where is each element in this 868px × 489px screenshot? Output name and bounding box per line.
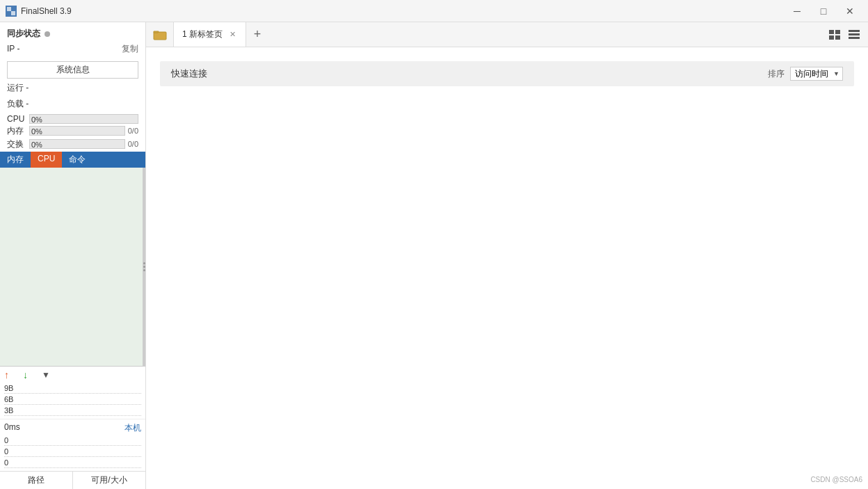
mem-value: 0% (31, 127, 42, 136)
mem-stat-row: 内存 0% 0/0 (7, 125, 138, 137)
app-icon (6, 6, 17, 17)
titlebar: FinalShell 3.9 ─ □ ✕ (0, 0, 868, 22)
maximize-button[interactable]: □ (811, 1, 836, 21)
download-arrow-icon: ↓ (23, 369, 28, 380)
network-value-9b: 9B (4, 383, 141, 394)
latency-val-row-3: 0 (4, 458, 141, 468)
sort-select-wrapper[interactable]: 访问时间 名称 创建时间 (790, 67, 843, 81)
titlebar-left: FinalShell 3.9 (6, 6, 72, 17)
tab-bar: 1 新标签页 ✕ + (146, 22, 868, 47)
latency-values: 0 0 0 (4, 435, 141, 468)
run-label: 运行 - (7, 81, 29, 95)
network-val-3: 3B (4, 406, 25, 415)
network-arrows: ↑ ↓ ▼ (4, 369, 141, 380)
sort-section: 排序 访问时间 名称 创建时间 (768, 67, 843, 81)
latency-label: 0ms (4, 422, 20, 434)
sysinfo-button[interactable]: 系统信息 (7, 61, 138, 79)
ip-label: IP - (7, 42, 19, 56)
network-val-1: 9B (4, 384, 25, 392)
svg-rect-4 (835, 30, 840, 34)
view-buttons (821, 22, 868, 47)
quick-connect-bar: 快速连接 排序 访问时间 名称 创建时间 (160, 61, 854, 86)
latency-val-2: 0 (4, 447, 8, 456)
load-row: 负载 - (7, 97, 138, 111)
cpu-label: CPU (7, 114, 26, 124)
list-view-button[interactable] (846, 27, 862, 42)
mem-label: 内存 (7, 125, 26, 137)
network-value-3b: 3B (4, 406, 141, 416)
cpu-value: 0% (31, 115, 42, 124)
sidebar-top: 同步状态 IP - 复制 系统信息 运行 - 负载 - (0, 22, 145, 152)
tab-spacer (268, 22, 821, 47)
footer-tab-path[interactable]: 路径 (0, 472, 73, 489)
mem-bar: 0% (29, 126, 125, 136)
mem-ratio: 0/0 (128, 127, 138, 135)
sidebar-footer: 路径 可用/大小 (0, 471, 145, 489)
latency-val-1: 0 (4, 436, 8, 444)
tab-memory[interactable]: 内存 (0, 152, 31, 168)
latency-section: 0ms 本机 0 0 0 (0, 419, 145, 471)
network-val-2: 6B (4, 395, 25, 403)
network-values: 9B 6B 3B (4, 383, 141, 416)
tab-close-button[interactable]: ✕ (228, 29, 237, 40)
cpu-stat-row: CPU 0% (7, 114, 138, 124)
tab-command[interactable]: 命令 (62, 152, 93, 168)
close-button[interactable]: ✕ (837, 1, 862, 21)
network-dropdown-icon[interactable]: ▼ (42, 370, 50, 380)
svg-rect-1 (11, 11, 15, 15)
svg-rect-6 (835, 35, 840, 40)
latency-header: 0ms 本机 (4, 422, 141, 434)
svg-rect-0 (7, 7, 11, 11)
local-label: 本机 (124, 422, 141, 434)
add-tab-button[interactable]: + (246, 22, 268, 47)
quick-connect-area: 快速连接 排序 访问时间 名称 创建时间 (146, 47, 868, 489)
network-section: ↑ ↓ ▼ 9B 6B 3B (0, 367, 145, 419)
monitor-tabs: 内存 CPU 命令 (0, 152, 145, 168)
quick-connect-label: 快速连接 (171, 67, 207, 80)
sync-dot (45, 31, 50, 37)
latency-val-row-1: 0 (4, 435, 141, 446)
sort-label: 排序 (768, 68, 785, 80)
tab-label: 1 新标签页 (182, 29, 223, 40)
sync-label: 同步状态 (7, 28, 40, 40)
ip-row: IP - 复制 (7, 42, 138, 56)
main-layout: 同步状态 IP - 复制 系统信息 运行 - 负载 - (0, 22, 868, 489)
run-row: 运行 - (7, 81, 138, 95)
tab-new-tab[interactable]: 1 新标签页 ✕ (174, 22, 246, 47)
svg-rect-7 (849, 30, 860, 32)
content-area: 1 新标签页 ✕ + (146, 22, 868, 489)
minimize-button[interactable]: ─ (785, 1, 810, 21)
app-title: FinalShell 3.9 (21, 6, 72, 16)
sort-select[interactable]: 访问时间 名称 创建时间 (790, 67, 843, 81)
svg-rect-2 (154, 32, 166, 40)
swap-stat-row: 交换 0% 0/0 (7, 138, 138, 150)
svg-rect-8 (849, 33, 860, 35)
grid-view-button[interactable] (826, 27, 843, 42)
folder-button[interactable] (146, 22, 174, 47)
upload-arrow-icon: ↑ (4, 369, 9, 380)
watermark: CSDN @SSOA6 (810, 476, 862, 483)
cpu-bar: 0% (29, 114, 138, 124)
latency-val-row-2: 0 (4, 447, 141, 457)
network-value-6b: 6B (4, 394, 141, 405)
swap-ratio: 0/0 (128, 140, 138, 148)
sidebar: 同步状态 IP - 复制 系统信息 运行 - 负载 - (0, 22, 146, 489)
svg-rect-5 (829, 35, 834, 40)
titlebar-controls: ─ □ ✕ (785, 1, 862, 21)
sync-status-row: 同步状态 (7, 28, 138, 40)
copy-button[interactable]: 复制 (122, 42, 138, 56)
svg-rect-3 (829, 30, 834, 34)
swap-value: 0% (31, 140, 42, 149)
footer-tab-size[interactable]: 可用/大小 (73, 472, 145, 489)
svg-rect-9 (849, 37, 860, 39)
latency-val-3: 0 (4, 458, 8, 467)
chart-divider (143, 168, 145, 366)
load-label: 负载 - (7, 97, 29, 111)
monitor-chart (0, 168, 145, 367)
swap-label: 交换 (7, 138, 26, 150)
swap-bar: 0% (29, 139, 125, 149)
tab-cpu[interactable]: CPU (31, 152, 62, 168)
